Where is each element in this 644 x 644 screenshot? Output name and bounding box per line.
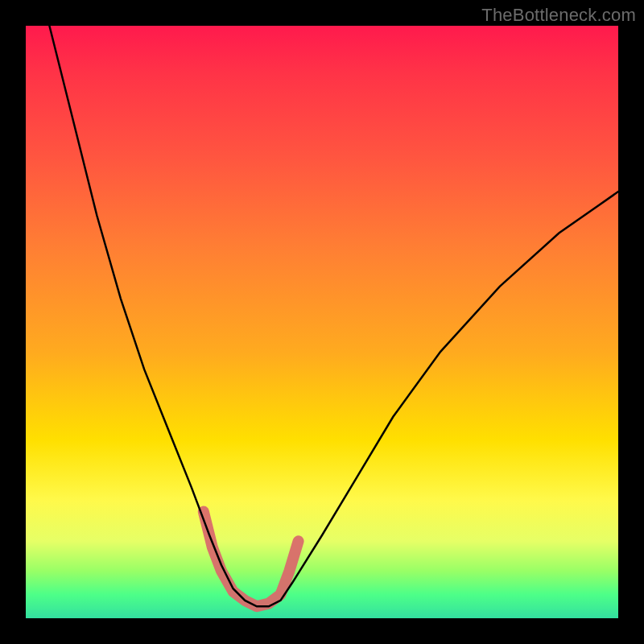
curve-svg bbox=[26, 26, 618, 618]
bottleneck-curve bbox=[49, 26, 618, 606]
chart-frame: TheBottleneck.com bbox=[0, 0, 644, 644]
plot-area bbox=[26, 26, 618, 618]
optimal-range-highlight bbox=[204, 512, 299, 607]
watermark-text: TheBottleneck.com bbox=[481, 5, 636, 26]
